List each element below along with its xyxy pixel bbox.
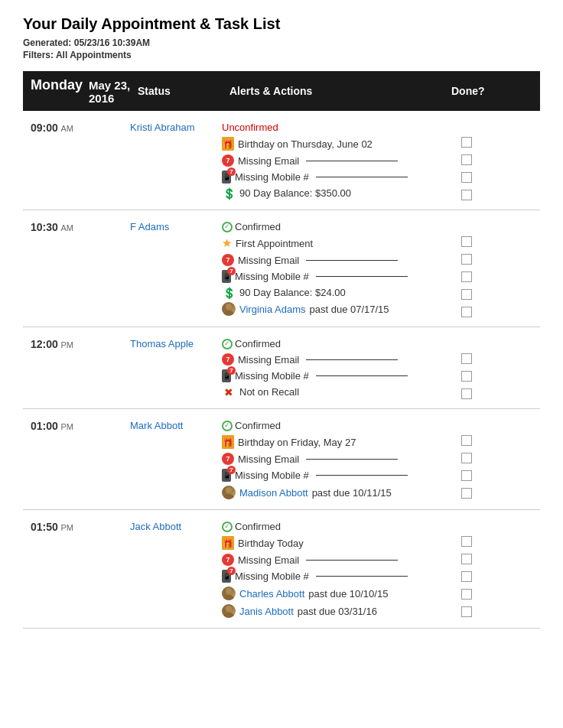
- input-underline[interactable]: [306, 161, 398, 161]
- time-hour: 01:00: [31, 420, 58, 432]
- email-alert-icon: [222, 154, 234, 167]
- appointment-row: 10:30 AM F Adams Confirmed ★ First Appoi…: [23, 210, 540, 327]
- email-alert-icon: [222, 453, 234, 465]
- status-text: Confirmed: [235, 420, 281, 431]
- done-checkbox[interactable]: [461, 589, 472, 600]
- check-circle-icon: [222, 222, 233, 232]
- alerts-cell: 🎁 Birthday on Thursday, June 02 Missing …: [222, 134, 444, 203]
- appointment-time: 01:00 PM: [23, 415, 130, 432]
- recall-icon: ✖: [222, 387, 236, 398]
- appointments-list: 09:00 AM Kristi Abraham Unconfirmed 🎁 Bi…: [23, 111, 540, 629]
- input-underline[interactable]: [316, 276, 408, 277]
- generated-label: Generated:: [23, 37, 71, 48]
- done-checkbox[interactable]: [461, 236, 472, 247]
- done-checkbox[interactable]: [461, 307, 472, 317]
- done-checkbox[interactable]: [461, 137, 472, 148]
- patient-name[interactable]: Jack Abbott: [130, 516, 222, 532]
- alert-text: 90 Day Balance: $24.00: [239, 287, 346, 298]
- alert-item: 📱 7 Missing Mobile #: [222, 171, 444, 184]
- alerts-cell: 🎁 Birthday on Friday, May 27 Missing Ema…: [222, 432, 444, 503]
- status-text: Confirmed: [235, 521, 281, 532]
- mobile-alert-icon: 📱 7: [222, 570, 231, 583]
- done-checkbox[interactable]: [461, 353, 472, 364]
- patient-name[interactable]: Kristi Abraham: [130, 117, 222, 133]
- input-underline[interactable]: [306, 560, 398, 561]
- done-checkbox[interactable]: [461, 154, 472, 165]
- done-checkbox[interactable]: [461, 435, 472, 446]
- appointment-time: 12:00 PM: [23, 333, 130, 350]
- done-checkbox[interactable]: [461, 453, 472, 463]
- done-cell: [444, 134, 490, 203]
- alert-text: Missing Mobile #: [235, 570, 309, 582]
- done-checkbox[interactable]: [461, 488, 472, 499]
- alert-item: 📱 7 Missing Mobile #: [222, 469, 444, 482]
- alert-text: Missing Email: [238, 354, 299, 366]
- check-circle-icon: [222, 421, 233, 431]
- svg-point-5: [223, 595, 234, 600]
- filters-label: Filters:: [23, 50, 54, 60]
- alert-item: Janis Abbott past due 03/31/16: [222, 604, 444, 618]
- pastdue-avatar-icon: [222, 587, 236, 600]
- input-underline[interactable]: [306, 260, 398, 261]
- done-cell: [444, 533, 490, 620]
- patient-name[interactable]: Mark Abbott: [130, 415, 222, 431]
- alert-item: Charles Abbott past due 10/10/15: [222, 587, 444, 600]
- patient-name[interactable]: F Adams: [130, 216, 222, 232]
- done-checkbox[interactable]: [461, 606, 472, 617]
- header-alerts: Alerts & Actions: [229, 85, 451, 97]
- done-checkbox[interactable]: [461, 190, 472, 200]
- past-due-link[interactable]: Virginia Adams: [239, 304, 305, 315]
- past-due-link[interactable]: Janis Abbott: [239, 606, 294, 617]
- done-checkbox[interactable]: [461, 571, 472, 582]
- input-underline[interactable]: [316, 177, 408, 177]
- svg-point-7: [223, 613, 234, 618]
- past-due-text: past due 03/31/16: [298, 606, 377, 617]
- time-ampm: AM: [60, 124, 73, 133]
- svg-point-6: [226, 606, 232, 612]
- appointment-time: 09:00 AM: [23, 117, 130, 134]
- input-underline[interactable]: [316, 375, 408, 376]
- svg-point-4: [226, 588, 232, 594]
- done-checkbox[interactable]: [461, 470, 472, 481]
- appointment-row: 01:50 PM Jack Abbott Confirmed 🎁 Birthda…: [23, 510, 540, 629]
- input-underline[interactable]: [306, 459, 398, 460]
- patient-name[interactable]: Thomas Apple: [130, 333, 222, 349]
- alert-item: Madison Abbott past due 10/11/15: [222, 486, 444, 499]
- alerts-cell: Missing Email 📱 7 Missing Mobile # ✖ Not…: [222, 350, 444, 401]
- done-checkbox[interactable]: [461, 371, 472, 382]
- alert-item: Missing Email: [222, 154, 444, 167]
- past-due-link[interactable]: Charles Abbott: [239, 588, 304, 600]
- done-checkbox[interactable]: [461, 271, 472, 282]
- alert-text: Birthday on Friday, May 27: [238, 437, 356, 448]
- alerts-cell: 🎁 Birthday Today Missing Email 📱 7 Missi…: [222, 533, 444, 622]
- alert-item: Missing Email: [222, 254, 444, 266]
- done-checkbox[interactable]: [461, 289, 472, 300]
- status-text: Confirmed: [235, 221, 281, 232]
- done-checkbox[interactable]: [461, 172, 472, 183]
- alert-text: 90 Day Balance: $350.00: [239, 187, 351, 199]
- birthday-icon: 🎁: [222, 435, 234, 449]
- appointment-row: 12:00 PM Thomas Apple Confirmed Missing …: [23, 327, 540, 409]
- header-day-date: Monday May 23, 2016: [31, 77, 138, 105]
- generated-value: 05/23/16 10:39AM: [74, 37, 150, 48]
- input-underline[interactable]: [306, 359, 398, 360]
- done-checkbox[interactable]: [461, 554, 472, 564]
- input-underline[interactable]: [316, 576, 408, 577]
- done-checkbox[interactable]: [461, 388, 472, 399]
- alert-item: 💲 90 Day Balance: $350.00: [222, 187, 444, 199]
- table-header: Monday May 23, 2016 Status Alerts & Acti…: [23, 71, 540, 111]
- header-date: May 23, 2016: [89, 79, 138, 105]
- input-underline[interactable]: [316, 475, 408, 476]
- time-hour: 09:00: [31, 122, 58, 134]
- alerts-cell: ★ First Appointment Missing Email 📱 7 Mi…: [222, 233, 444, 320]
- done-cell: [444, 350, 490, 402]
- status-cell: Confirmed: [222, 415, 444, 431]
- alert-text: Missing Email: [238, 453, 299, 465]
- done-checkbox[interactable]: [461, 536, 472, 547]
- status-cell: Unconfirmed: [222, 117, 444, 133]
- past-due-link[interactable]: Madison Abbott: [239, 487, 308, 499]
- pastdue-avatar-icon: [222, 486, 236, 499]
- done-checkbox[interactable]: [461, 254, 472, 265]
- appointment-time: 01:50 PM: [23, 516, 130, 533]
- mobile-alert-icon: 📱 7: [222, 469, 231, 482]
